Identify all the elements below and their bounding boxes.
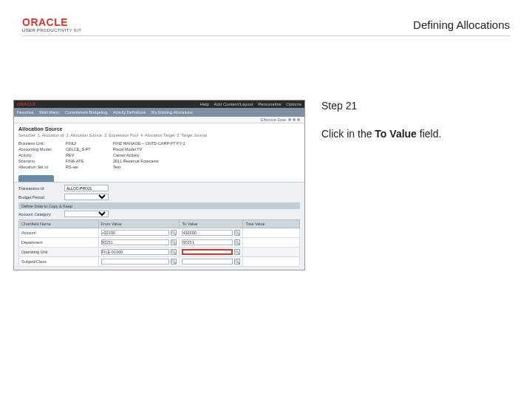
kv-value: 2011 Revenue Forecasts (113, 159, 300, 163)
account-category-select[interactable] (64, 211, 109, 217)
to-value-input[interactable] (182, 259, 233, 265)
kv-value: FINUI (66, 141, 110, 146)
wizard-step[interactable]: 3. Expression Pool (104, 133, 138, 137)
app-brand: ORACLE (17, 102, 35, 106)
wizard-step[interactable]: 1. Allocation Id (38, 133, 64, 137)
cf-name: Department (19, 238, 99, 248)
details-block: Business Unit:FINUIFINZ MANAGE – ONTS-CA… (14, 140, 304, 174)
panel-tab[interactable] (18, 175, 54, 182)
cf-name: Subject/Class (19, 257, 99, 267)
to-value-input[interactable]: 432600 (182, 230, 233, 236)
tree-value-cell (243, 238, 300, 248)
breadcrumb[interactable]: My Existing Allocations (151, 110, 193, 115)
instruction-column: Step 21 Click in the To Value field. (321, 100, 510, 270)
header-divider (22, 35, 510, 36)
instruction-text-before: Click in the (321, 128, 375, 140)
step-number: Step 21 (321, 100, 510, 112)
page-title: Defining Allocations (413, 18, 510, 31)
instruction-text-bold: To Value (375, 128, 417, 140)
tree-value-cell (243, 228, 300, 238)
dot-icon (293, 118, 296, 121)
field-label: Transaction Id (18, 186, 61, 191)
table-header: To Value (180, 220, 243, 228)
cf-name: Account (19, 228, 99, 238)
instruction-text-after: field. (417, 128, 441, 140)
table-row: Account +02100🔍 432600🔍 (19, 228, 300, 238)
panel-strip-label: Define Data to Copy & Keep (21, 204, 72, 208)
lookup-icon[interactable]: 🔍 (171, 239, 177, 245)
table-row: Subject/Class 🔍 🔍 (19, 257, 300, 267)
logo-brand: ORACLE (22, 17, 81, 27)
kv-value: FINZ MANAGE – ONTS-CARP-FT FY-1 (113, 141, 300, 146)
from-value-input[interactable]: 90251 (101, 239, 170, 245)
panel-strip: Define Data to Copy & Keep (18, 202, 300, 209)
status-label: Effective Date (261, 117, 286, 122)
breadcrumb[interactable]: Activity Definitions (113, 110, 146, 115)
breadcrumb[interactable]: Favorites (17, 110, 34, 115)
app-navbar: Favorites· Main Menu· Commitment Budgeti… (14, 108, 304, 117)
kv-value: Carrier Activity (113, 153, 300, 157)
to-value-input[interactable]: 90251 (182, 239, 233, 245)
lookup-icon[interactable]: 🔍 (234, 230, 240, 236)
instruction-text: Click in the To Value field. (321, 128, 510, 140)
field-label: Budget Period (18, 195, 61, 200)
app-topbar: ORACLE Help Add Content/Layout Personali… (14, 100, 304, 108)
table-header: Chartfield Name (19, 220, 99, 228)
kv-label: Accounting Model: (18, 147, 63, 151)
kv-value: Fiscal Model TV (113, 147, 300, 151)
tree-value-cell (243, 257, 300, 267)
from-value-input[interactable]: +02100 (101, 230, 170, 236)
top-link[interactable]: Help (200, 102, 209, 106)
embedded-screenshot: ORACLE Help Add Content/Layout Personali… (13, 100, 305, 270)
kv-value: FINA.ATE (66, 159, 110, 163)
kv-value: REV (66, 153, 110, 157)
lookup-icon[interactable]: 🔍 (171, 259, 177, 265)
top-link[interactable]: Options (286, 102, 301, 106)
dot-icon (297, 118, 300, 121)
kv-value: CELCE_S-FT (66, 147, 110, 151)
wizard-step[interactable]: 5. Target Journal (177, 133, 207, 137)
field-label: Account Category (18, 212, 61, 216)
table-row: Department 90251🔍 90251🔍 (19, 238, 300, 248)
lookup-icon[interactable]: 🔍 (171, 230, 177, 236)
lookup-icon[interactable]: 🔍 (171, 249, 177, 255)
content-area: ORACLE Help Add Content/Layout Personali… (13, 100, 510, 270)
app-top-links: Help Add Content/Layout Personalize Opti… (197, 102, 301, 106)
kv-label: Activity: (18, 153, 63, 157)
chartfield-table: Chartfield Name From Value To Value Tree… (18, 219, 300, 267)
app-window: ORACLE Help Add Content/Layout Personali… (13, 100, 305, 270)
transaction-id-input[interactable] (64, 185, 109, 191)
panel: Transaction Id Budget Period Define Data… (14, 182, 304, 270)
from-value-input[interactable]: FILE-01000 (101, 249, 170, 255)
cf-name: Operating Unit (19, 248, 99, 257)
kv-label: Business Unit: (18, 141, 63, 146)
kv-value: Test (113, 165, 300, 169)
to-value-input-highlighted[interactable] (182, 249, 233, 255)
table-row: Operating Unit FILE-01000🔍 🔍 (19, 248, 300, 257)
wizard-step[interactable]: 4. Allocation Target (140, 133, 174, 137)
app-statusrow: Effective Date (14, 117, 304, 123)
table-header: Tree Value (243, 220, 300, 228)
top-link[interactable]: Add Content/Layout (214, 102, 253, 106)
lookup-icon[interactable]: 🔍 (234, 259, 240, 265)
dot-icon (288, 118, 291, 121)
breadcrumb[interactable]: Commitment Budgeting (65, 110, 107, 115)
from-value-input[interactable] (101, 259, 170, 265)
logo: ORACLE USER PRODUCTIVITY KIT (22, 17, 81, 33)
section-title: Allocation Source (14, 123, 304, 133)
logo-subtitle: USER PRODUCTIVITY KIT (22, 28, 81, 33)
page-header: ORACLE USER PRODUCTIVITY KIT Defining Al… (22, 13, 510, 35)
wizard-step: SetupSet (18, 133, 35, 137)
wizard-step[interactable]: 2. Allocation Source (66, 133, 102, 137)
lookup-icon[interactable]: 🔍 (234, 239, 240, 245)
breadcrumb[interactable]: Main Menu (39, 110, 59, 115)
lookup-icon[interactable]: 🔍 (234, 249, 240, 255)
kv-label: Allocation Set Id: (18, 165, 63, 169)
kv-label: Scenario: (18, 159, 63, 163)
kv-value: RS-set (66, 165, 110, 169)
top-link[interactable]: Personalize (258, 102, 281, 106)
budget-period-select[interactable] (64, 194, 109, 200)
table-header: From Value (98, 220, 180, 228)
status-dots (288, 118, 300, 121)
tree-value-cell (243, 248, 300, 257)
